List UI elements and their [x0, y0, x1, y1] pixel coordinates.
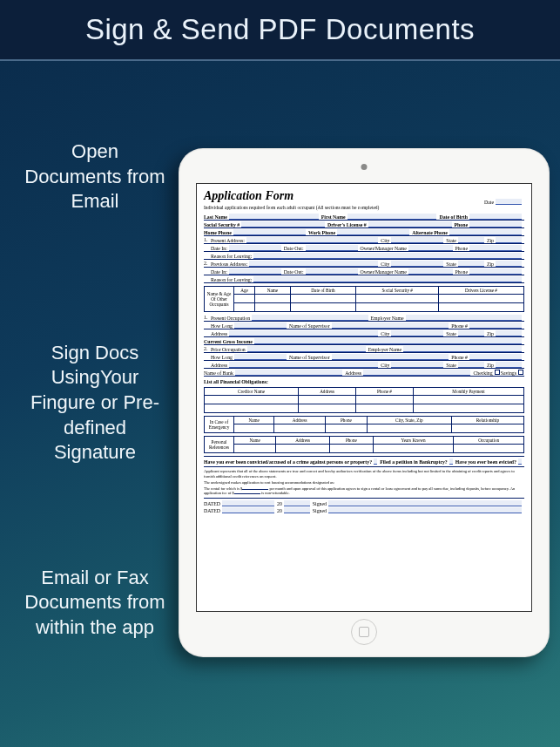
last-name-field[interactable]: [229, 214, 319, 220]
reason-field-2[interactable]: [253, 276, 522, 282]
emp-addr-label-2: Address: [211, 362, 228, 368]
conviction-question: Have you ever been convicted/accused of …: [204, 458, 373, 465]
how-long-field-1[interactable]: [234, 323, 287, 329]
dated-field-2[interactable]: [222, 507, 274, 513]
th-phone-r: Phone: [329, 437, 373, 445]
first-name-field[interactable]: [347, 214, 437, 220]
document-screen[interactable]: Application Form Date Individual applica…: [196, 183, 532, 612]
emp-addr-field-2[interactable]: [229, 362, 378, 368]
bankruptcy-field[interactable]: [449, 458, 453, 465]
owner-field-2[interactable]: [408, 268, 453, 275]
table-row[interactable]: [205, 303, 524, 312]
prior-occ-label: Prior Occupation: [211, 346, 246, 352]
present-occ-field[interactable]: [252, 315, 368, 321]
city-field-1[interactable]: [391, 237, 443, 243]
first-name-label: First Name: [321, 214, 347, 220]
date-in-field-1[interactable]: [229, 245, 281, 251]
date-label: Date: [484, 199, 495, 205]
emp-addr-field-1[interactable]: [229, 330, 378, 336]
city-label-2: City: [381, 261, 390, 267]
disclaimer-2: The undersigned makes application to ren…: [204, 480, 524, 486]
owner-phone-field-1[interactable]: [469, 245, 522, 251]
emergency-label: In Case of Emergency: [205, 417, 234, 433]
th-occ-r: Occupation: [454, 437, 524, 445]
th-payment: Monthly Payment: [413, 388, 523, 396]
dl-field[interactable]: [368, 221, 452, 227]
owner-field-1[interactable]: [408, 245, 453, 251]
form-title: Application Form: [204, 189, 293, 203]
app-header: Sign & Send PDF Documents: [0, 0, 560, 61]
date-in-field-2[interactable]: [229, 268, 281, 275]
savings-checkbox[interactable]: [518, 370, 523, 375]
present-addr-field[interactable]: [246, 237, 379, 243]
table-row[interactable]: [205, 445, 524, 453]
th-dob: Date of Birth: [290, 287, 356, 295]
captions-column: Open Documents from Email Sign Docs Usin…: [21, 139, 169, 641]
phone-label: Phone: [455, 221, 469, 227]
phone-field[interactable]: [469, 221, 522, 227]
state-field-2[interactable]: [458, 261, 484, 267]
address-num-1: 1.: [204, 237, 211, 243]
prior-occ-field[interactable]: [247, 346, 366, 352]
zip-field-2[interactable]: [496, 261, 522, 267]
table-row[interactable]: [205, 396, 524, 404]
bank-field[interactable]: [235, 370, 342, 376]
address-num-2: 2.: [204, 261, 211, 267]
previous-addr-field[interactable]: [249, 261, 378, 267]
emp-zip-field-2[interactable]: [496, 362, 522, 368]
bankruptcy-question: Filed a petition in Bankruptcy?: [380, 458, 449, 465]
date-out-field-2[interactable]: [306, 268, 358, 275]
reason-label-1: Reason for Leaving:: [211, 253, 253, 259]
emp-zip-field-1[interactable]: [496, 330, 522, 336]
table-row[interactable]: [205, 404, 524, 413]
evicted-field[interactable]: [518, 458, 522, 465]
table-row[interactable]: [205, 295, 524, 303]
emergency-table: In Case of Emergency NameAddressPhoneCit…: [204, 416, 524, 433]
emp-phone-field-2[interactable]: [469, 354, 522, 360]
signed-label-1: Signed: [313, 500, 327, 506]
savings-label: Savings: [501, 370, 517, 376]
home-phone-field[interactable]: [233, 229, 306, 235]
signed-field-1[interactable]: [328, 500, 522, 506]
ssn-field[interactable]: [241, 221, 325, 227]
occupants-table: Name & Age Of Other Occupants Age Name D…: [204, 286, 524, 312]
cgi-field[interactable]: [254, 338, 522, 344]
conviction-field[interactable]: [374, 458, 377, 465]
table-row[interactable]: [205, 424, 524, 433]
zip-field-1[interactable]: [496, 237, 522, 243]
emp-state-field-1[interactable]: [458, 330, 484, 336]
date-field[interactable]: [496, 199, 522, 205]
dl-label: Driver's License #: [327, 221, 368, 227]
checking-checkbox[interactable]: [495, 370, 500, 375]
emp-city-field-1[interactable]: [391, 330, 443, 336]
dated-field-1[interactable]: [222, 500, 274, 506]
emp-addr-label-1: Address: [211, 330, 228, 336]
dob-field[interactable]: [469, 214, 522, 220]
alt-phone-field[interactable]: [449, 229, 522, 235]
owner-phone-field-2[interactable]: [469, 268, 522, 275]
tablet-home-button[interactable]: [351, 619, 377, 645]
super-field-1[interactable]: [332, 323, 449, 329]
header-title: Sign & Send PDF Documents: [85, 13, 475, 46]
th-address: Address: [299, 388, 356, 396]
date-out-field-1[interactable]: [306, 245, 358, 251]
work-phone-field[interactable]: [337, 229, 409, 235]
date-out-label-1: Date Out:: [284, 245, 305, 251]
zip-label-2: Zip: [487, 261, 495, 267]
reason-field-1[interactable]: [253, 253, 522, 259]
emp-state-field-2[interactable]: [458, 362, 484, 368]
bank-label: Name of Bank: [204, 370, 234, 376]
employer-field-2[interactable]: [403, 346, 522, 352]
emp-phone-field-1[interactable]: [469, 323, 522, 329]
signed-field-2[interactable]: [328, 507, 522, 513]
present-occ-label: Present Occupation: [211, 315, 251, 321]
super-field-2[interactable]: [332, 354, 449, 360]
state-field-1[interactable]: [458, 237, 484, 243]
emp-zip-label-2: Zip: [487, 362, 495, 368]
employer-field-1[interactable]: [406, 315, 522, 321]
how-long-field-2[interactable]: [234, 354, 287, 360]
city-field-2[interactable]: [391, 261, 443, 267]
emp-city-field-2[interactable]: [391, 362, 443, 368]
bank-addr-field[interactable]: [363, 370, 470, 376]
th-address-r: Address: [276, 437, 329, 445]
